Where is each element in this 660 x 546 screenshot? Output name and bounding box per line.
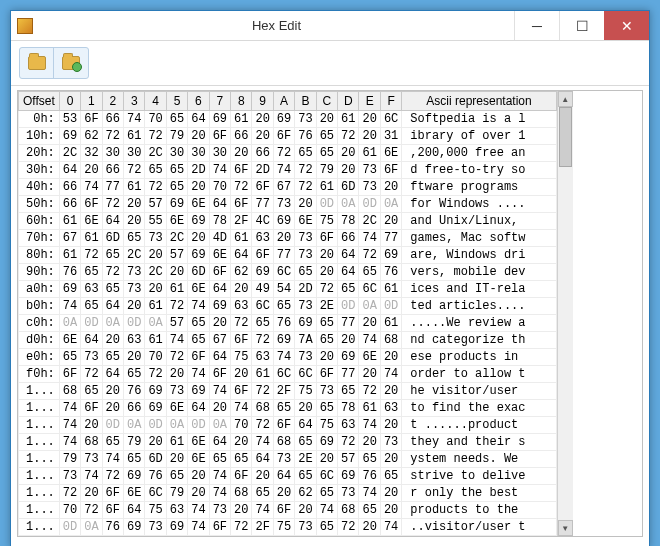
hex-byte[interactable]: 4C [252, 213, 273, 230]
hex-byte[interactable]: 79 [166, 485, 187, 502]
table-row[interactable]: f0h:6F7264657220746F20616C6C6F772074orde… [19, 366, 557, 383]
hex-byte[interactable]: 72 [295, 162, 316, 179]
hex-byte[interactable]: 2C [145, 145, 166, 162]
hex-byte[interactable]: 20 [359, 128, 380, 145]
hex-byte[interactable]: 74 [209, 162, 230, 179]
hex-byte[interactable]: 6F [231, 383, 252, 400]
hex-byte[interactable]: 72 [81, 366, 102, 383]
hex-byte[interactable]: 30 [124, 145, 145, 162]
table-row[interactable]: 0h:536F667470656469612069732061206CSoftp… [19, 111, 557, 128]
hex-byte[interactable]: 73 [166, 383, 187, 400]
hex-byte[interactable]: 54 [273, 281, 294, 298]
hex-byte[interactable]: 69 [188, 213, 209, 230]
hex-byte[interactable]: 6F [316, 230, 337, 247]
hex-byte[interactable]: 0D [380, 298, 401, 315]
table-row[interactable]: 1...7468657920616E642074686569722073they… [19, 434, 557, 451]
hex-byte[interactable]: 64 [59, 162, 80, 179]
hex-byte[interactable]: 62 [231, 264, 252, 281]
hex-byte[interactable]: 73 [124, 264, 145, 281]
column-header[interactable]: Ascii representation [402, 92, 556, 111]
hex-byte[interactable]: 73 [359, 179, 380, 196]
hex-byte[interactable]: 72 [231, 519, 252, 536]
hex-byte[interactable]: 73 [295, 247, 316, 264]
hex-byte[interactable]: 76 [59, 264, 80, 281]
hex-byte[interactable]: 65 [359, 451, 380, 468]
column-header[interactable]: 3 [124, 92, 145, 111]
hex-byte[interactable]: 79 [166, 128, 187, 145]
hex-byte[interactable]: 65 [338, 281, 359, 298]
hex-byte[interactable]: 0A [124, 417, 145, 434]
hex-byte[interactable]: 72 [59, 485, 80, 502]
hex-byte[interactable]: 66 [124, 400, 145, 417]
hex-byte[interactable]: 6F [209, 264, 230, 281]
hex-byte[interactable]: 65 [295, 434, 316, 451]
hex-byte[interactable]: 20 [359, 434, 380, 451]
hex-byte[interactable]: 65 [338, 383, 359, 400]
hex-byte[interactable]: 6C [145, 485, 166, 502]
hex-byte[interactable]: 6E [188, 451, 209, 468]
hex-byte[interactable]: 61 [59, 247, 80, 264]
hex-byte[interactable]: 79 [59, 451, 80, 468]
hex-byte[interactable]: 74 [273, 349, 294, 366]
hex-byte[interactable]: 0A [145, 315, 166, 332]
open-file-button[interactable] [20, 48, 54, 78]
hex-byte[interactable]: 2E [295, 451, 316, 468]
hex-byte[interactable]: 20 [316, 264, 337, 281]
hex-byte[interactable]: 65 [359, 502, 380, 519]
table-row[interactable]: 60h:616E6420556E69782F4C696E75782C20and … [19, 213, 557, 230]
hex-byte[interactable]: 68 [338, 502, 359, 519]
hex-byte[interactable]: 6C [295, 366, 316, 383]
hex-byte[interactable]: 68 [231, 485, 252, 502]
hex-byte[interactable]: 65 [81, 264, 102, 281]
hex-byte[interactable]: 69 [166, 196, 187, 213]
hex-byte[interactable]: 20 [359, 315, 380, 332]
hex-byte[interactable]: 65 [188, 332, 209, 349]
table-row[interactable]: c0h:0A0D0A0D0A5765207265766965772061....… [19, 315, 557, 332]
hex-byte[interactable]: 20 [231, 434, 252, 451]
hex-byte[interactable]: 78 [338, 213, 359, 230]
hex-byte[interactable]: 65 [166, 468, 187, 485]
hex-byte[interactable]: 65 [102, 349, 123, 366]
hex-byte[interactable]: 73 [81, 349, 102, 366]
hex-byte[interactable]: 6E [295, 213, 316, 230]
hex-byte[interactable]: 20 [145, 247, 166, 264]
hex-byte[interactable]: 20 [252, 468, 273, 485]
hex-byte[interactable]: 61 [380, 281, 401, 298]
hex-byte[interactable]: 53 [59, 111, 80, 128]
hex-byte[interactable]: 72 [316, 281, 337, 298]
hex-byte[interactable]: 72 [81, 502, 102, 519]
hex-byte[interactable]: 64 [338, 264, 359, 281]
close-button[interactable]: ✕ [604, 11, 649, 40]
hex-byte[interactable]: 20 [124, 298, 145, 315]
hex-byte[interactable]: 6F [252, 247, 273, 264]
hex-byte[interactable]: 74 [188, 502, 209, 519]
hex-byte[interactable]: 20 [380, 451, 401, 468]
hex-byte[interactable]: 64 [81, 332, 102, 349]
hex-byte[interactable]: 79 [316, 162, 337, 179]
hex-byte[interactable]: 0D [188, 417, 209, 434]
hex-byte[interactable]: 65 [316, 400, 337, 417]
hex-byte[interactable]: 74 [166, 332, 187, 349]
hex-byte[interactable]: 61 [359, 145, 380, 162]
hex-byte[interactable]: 64 [273, 468, 294, 485]
hex-byte[interactable]: 20 [380, 502, 401, 519]
column-header[interactable]: 9 [252, 92, 273, 111]
hex-byte[interactable]: 0A [338, 196, 359, 213]
hex-byte[interactable]: 57 [145, 196, 166, 213]
hex-byte[interactable]: 65 [316, 315, 337, 332]
hex-byte[interactable]: 63 [338, 417, 359, 434]
hex-byte[interactable]: 76 [145, 468, 166, 485]
hex-byte[interactable]: 20 [81, 162, 102, 179]
hex-byte[interactable]: 65 [188, 315, 209, 332]
hex-byte[interactable]: 74 [316, 502, 337, 519]
hex-byte[interactable]: 20 [252, 128, 273, 145]
hex-byte[interactable]: 72 [359, 247, 380, 264]
column-header[interactable]: 0 [59, 92, 80, 111]
hex-byte[interactable]: 72 [338, 434, 359, 451]
hex-byte[interactable]: 73 [145, 230, 166, 247]
hex-byte[interactable]: 77 [273, 247, 294, 264]
hex-byte[interactable]: 65 [166, 179, 187, 196]
column-header[interactable]: 7 [209, 92, 230, 111]
hex-byte[interactable]: 0D [124, 315, 145, 332]
hex-byte[interactable]: 6C [359, 281, 380, 298]
